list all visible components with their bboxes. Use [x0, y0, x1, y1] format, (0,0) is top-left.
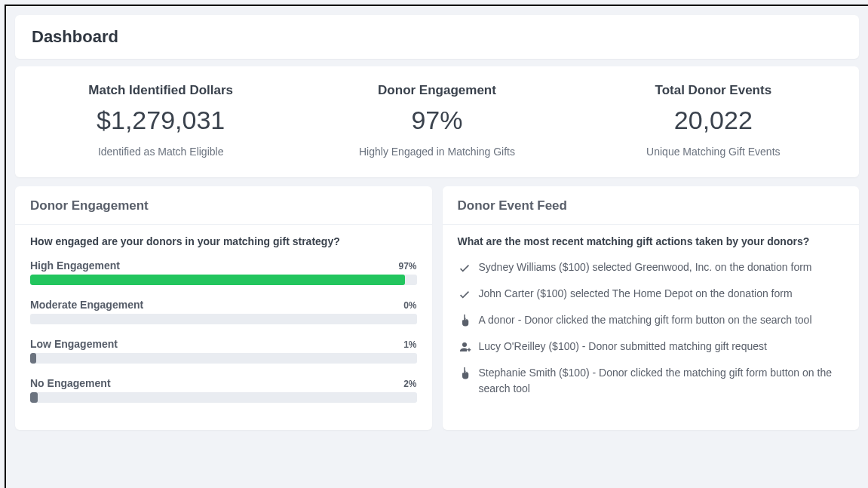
donor-engagement-card: Donor Engagement How engaged are your do…: [15, 186, 432, 430]
card-header: Donor Event Feed: [443, 186, 860, 225]
feed-text: Sydney Williams ($100) selected Greenwoo…: [479, 259, 845, 275]
metrics-panel: Match Identified Dollars $1,279,031 Iden…: [15, 66, 859, 177]
feed-question: What are the most recent matching gift a…: [458, 235, 845, 247]
bar-row: Low Engagement1%: [30, 338, 417, 364]
page-header: Dashboard: [15, 15, 859, 59]
bar-fill: [30, 392, 38, 403]
metric-title: Donor Engagement: [299, 83, 575, 98]
bar-row: Moderate Engagement0%: [30, 299, 417, 324]
bar-row: No Engagement2%: [30, 377, 417, 403]
engagement-question: How engaged are your donors in your matc…: [30, 235, 417, 247]
bar-track: [30, 353, 417, 364]
check-icon: [458, 287, 471, 301]
bar-fill: [30, 275, 405, 285]
metric-donor-engagement: Donor Engagement 97% Highly Engaged in M…: [299, 83, 575, 158]
feed-item: Sydney Williams ($100) selected Greenwoo…: [458, 259, 845, 275]
bar-track: [30, 314, 417, 324]
feed-text: Lucy O'Reilley ($100) - Donor submitted …: [479, 339, 845, 354]
bar-track: [30, 275, 417, 285]
metric-sub: Unique Matching Gift Events: [575, 146, 851, 158]
metric-total-events: Total Donor Events 20,022 Unique Matchin…: [575, 83, 851, 158]
feed-item: John Carter ($100) selected The Home Dep…: [458, 286, 845, 302]
feed-item: Stephanie Smith ($100) - Donor clicked t…: [458, 365, 845, 397]
bar-percent: 1%: [403, 339, 416, 350]
pointer-icon: [458, 314, 471, 327]
metric-sub: Highly Engaged in Matching Gifts: [299, 146, 575, 158]
bar-track: [30, 392, 417, 403]
metric-match-dollars: Match Identified Dollars $1,279,031 Iden…: [23, 83, 299, 158]
check-icon: [458, 261, 471, 275]
donor-event-feed-card: Donor Event Feed What are the most recen…: [443, 186, 860, 430]
metric-title: Match Identified Dollars: [23, 83, 299, 98]
card-title: Donor Engagement: [30, 198, 417, 213]
card-title: Donor Event Feed: [458, 198, 845, 213]
feed-item: Lucy O'Reilley ($100) - Donor submitted …: [458, 339, 845, 354]
card-header: Donor Engagement: [15, 186, 432, 225]
metric-value: 97%: [299, 106, 575, 135]
bar-label: No Engagement: [30, 377, 111, 389]
feed-text: Stephanie Smith ($100) - Donor clicked t…: [479, 365, 845, 397]
bar-percent: 97%: [398, 261, 416, 272]
metric-value: $1,279,031: [23, 106, 299, 135]
pointer-icon: [458, 367, 471, 380]
feed-list: Sydney Williams ($100) selected Greenwoo…: [458, 259, 845, 397]
bar-label: High Engagement: [30, 259, 120, 272]
bar-label: Low Engagement: [30, 338, 118, 350]
feed-text: John Carter ($100) selected The Home Dep…: [479, 286, 845, 302]
metric-sub: Identified as Match Eligible: [23, 146, 299, 158]
feed-text: A donor - Donor clicked the matching gif…: [479, 312, 845, 328]
page-title: Dashboard: [32, 27, 842, 47]
bar-label: Moderate Engagement: [30, 299, 143, 311]
card-body: How engaged are your donors in your matc…: [15, 225, 432, 430]
bar-row: High Engagement97%: [30, 259, 417, 285]
user-icon: [458, 340, 471, 354]
bar-percent: 0%: [403, 300, 416, 311]
bar-percent: 2%: [403, 379, 416, 389]
bar-fill: [30, 353, 36, 364]
metric-value: 20,022: [575, 106, 851, 135]
engagement-bars: High Engagement97%Moderate Engagement0%L…: [30, 259, 417, 403]
metric-title: Total Donor Events: [575, 83, 851, 98]
card-body: What are the most recent matching gift a…: [443, 225, 860, 421]
feed-item: A donor - Donor clicked the matching gif…: [458, 312, 845, 328]
